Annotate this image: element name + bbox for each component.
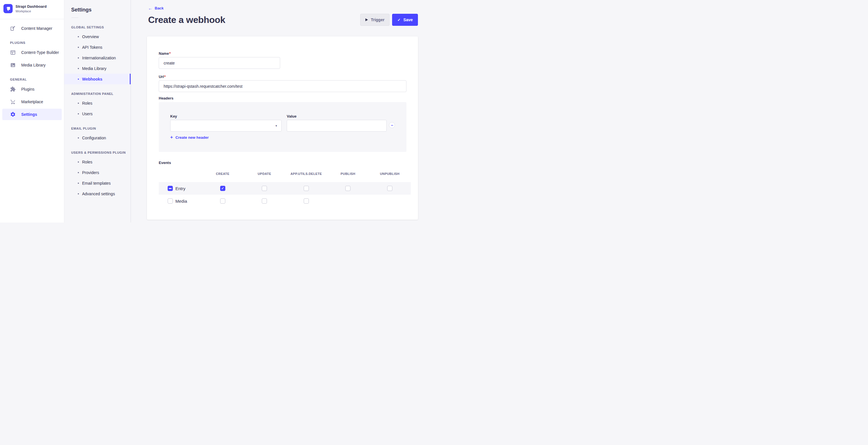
events-row-entry: Entry (159, 182, 411, 195)
url-field-group: Url* (159, 74, 406, 92)
settings-section-global-settings: GLOBAL SETTINGS (71, 26, 131, 29)
headers-box: Key ▼ Value − + Create new header (159, 102, 406, 152)
events-row-label-cell: Entry (159, 182, 202, 195)
required-asterisk: * (164, 74, 166, 79)
sidebar-item-label: Plugins (21, 87, 34, 92)
media-update-checkbox[interactable] (262, 198, 267, 204)
save-button[interactable]: ✓ Save (392, 14, 418, 26)
remove-header-button[interactable]: − (389, 122, 395, 128)
name-label: Name* (159, 51, 280, 56)
settings-nav-item-label: Configuration (82, 136, 106, 140)
settings-nav-item-label: Email templates (82, 181, 111, 185)
sidebar-item-label: Settings (21, 112, 37, 117)
sidebar-item-content-type-builder[interactable]: Content-Type Builder (2, 47, 62, 58)
create-new-header-button[interactable]: + Create new header (170, 135, 209, 140)
sidebar-item-content-manager[interactable]: Content Manager (2, 23, 62, 34)
entry-update-checkbox[interactable] (262, 186, 267, 191)
webhook-card: Name* Url* Headers Key ▼ (147, 36, 418, 219)
back-link[interactable]: ← Back (148, 6, 164, 10)
settings-icon (10, 111, 16, 117)
settings-nav-item-overview[interactable]: Overview (64, 31, 131, 42)
entry-app-utils-delete-checkbox[interactable] (304, 186, 309, 191)
workspace-name: Workplace (16, 9, 46, 13)
events-row-label: Media (175, 199, 187, 204)
row-select-checkbox-media[interactable] (167, 198, 173, 204)
events-label: Events (159, 161, 406, 165)
trigger-button[interactable]: Trigger (360, 14, 390, 26)
settings-nav-item-internationalization[interactable]: Internationalization (64, 53, 131, 63)
settings-section-email-plugin: EMAIL PLUGIN (71, 127, 131, 130)
sidebar-item-label: Content Manager (21, 26, 52, 31)
play-icon (365, 19, 368, 21)
settings-nav-item-email-templates[interactable]: Email templates (64, 178, 131, 189)
settings-nav-item-label: API Tokens (82, 45, 102, 49)
sidebar-item-label: Content-Type Builder (21, 50, 59, 55)
plus-icon: + (170, 135, 173, 140)
strapi-logo-icon (3, 4, 12, 13)
settings-nav-item-roles[interactable]: Roles (64, 157, 131, 167)
key-label: Key (170, 114, 282, 118)
sidebar-item-plugins[interactable]: Plugins (2, 83, 62, 95)
header-actions: Trigger ✓ Save (360, 14, 418, 26)
media-app-utils-delete-checkbox[interactable] (304, 198, 309, 204)
entry-unpublish-checkbox[interactable] (387, 186, 392, 191)
header-key-select[interactable]: ▼ (170, 120, 282, 132)
events-row-media: Media (159, 195, 411, 207)
events-cell (285, 182, 327, 195)
check-icon: ✓ (397, 18, 400, 22)
events-cell (202, 182, 244, 195)
header-value-input[interactable] (287, 120, 386, 132)
settings-nav-item-label: Roles (82, 160, 92, 164)
headers-section: Headers Key ▼ Value − (159, 96, 406, 152)
settings-nav-item-advanced-settings[interactable]: Advanced settings (64, 189, 131, 199)
settings-nav-item-api-tokens[interactable]: API Tokens (64, 42, 131, 53)
settings-nav-item-label: Advanced settings (82, 192, 115, 196)
events-row-label: Entry (175, 186, 185, 191)
minus-icon: − (391, 123, 393, 127)
page-title: Create a webhook (148, 14, 225, 25)
events-column-header-publish: PUBLISH (327, 172, 369, 175)
settings-nav-item-media-library[interactable]: Media Library (64, 63, 131, 74)
events-table: CREATEUPDATEAPP.UTILS.DELETEPUBLISHUNPUB… (159, 172, 411, 207)
settings-nav-item-providers[interactable]: Providers (64, 167, 131, 178)
media-library-icon (10, 62, 16, 68)
app-title: Strapi Dashboard (16, 4, 46, 9)
trigger-button-label: Trigger (371, 18, 384, 22)
settings-nav-item-configuration[interactable]: Configuration (64, 133, 131, 143)
sidebar-item-media-library[interactable]: Media Library (2, 59, 62, 71)
events-cell (327, 182, 369, 195)
events-section: Events CREATEUPDATEAPP.UTILS.DELETEPUBLI… (159, 161, 406, 207)
settings-nav-item-roles[interactable]: Roles (64, 98, 131, 108)
settings-nav-item-label: Media Library (82, 66, 106, 71)
sidebar-item-label: Media Library (21, 63, 45, 67)
events-cell (244, 195, 286, 207)
settings-nav-list: GLOBAL SETTINGSOverviewAPI TokensInterna… (64, 26, 131, 199)
back-arrow-icon: ← (148, 6, 152, 10)
settings-nav-item-label: Webhooks (82, 77, 102, 81)
name-field-group: Name* (159, 51, 280, 69)
settings-nav-item-webhooks[interactable]: Webhooks (64, 74, 131, 84)
settings-nav-item-label: Roles (82, 101, 92, 105)
main-content: ← Back Create a webhook Trigger ✓ Save N… (131, 0, 434, 222)
url-input[interactable] (159, 80, 406, 92)
name-input[interactable] (159, 57, 280, 69)
events-cell (244, 182, 286, 195)
sidebar-item-label: Marketplace (21, 100, 43, 104)
sidebar-section-general: GENERAL (10, 78, 62, 81)
entry-publish-checkbox[interactable] (345, 186, 350, 191)
save-button-label: Save (403, 18, 413, 22)
settings-title-divider (71, 18, 79, 18)
sidebar-item-settings[interactable]: Settings (2, 109, 62, 120)
row-select-checkbox-entry[interactable] (167, 186, 173, 191)
settings-section-users-permissions-plugin: USERS & PERMISSIONS PLUGIN (71, 151, 131, 154)
entry-create-checkbox[interactable] (220, 186, 225, 191)
page-header: ← Back Create a webhook Trigger ✓ Save (131, 0, 434, 26)
sidebar-item-marketplace[interactable]: Marketplace (2, 96, 62, 107)
settings-nav-title: Settings (71, 7, 131, 13)
workspace-header[interactable]: Strapi Dashboard Workplace (0, 0, 64, 16)
settings-nav-item-users[interactable]: Users (64, 108, 131, 119)
settings-sidebar: Settings GLOBAL SETTINGSOverviewAPI Toke… (64, 0, 131, 222)
settings-nav-item-label: Overview (82, 34, 99, 39)
events-column-header-unpublish: UNPUBLISH (369, 172, 411, 175)
media-create-checkbox[interactable] (220, 198, 225, 204)
